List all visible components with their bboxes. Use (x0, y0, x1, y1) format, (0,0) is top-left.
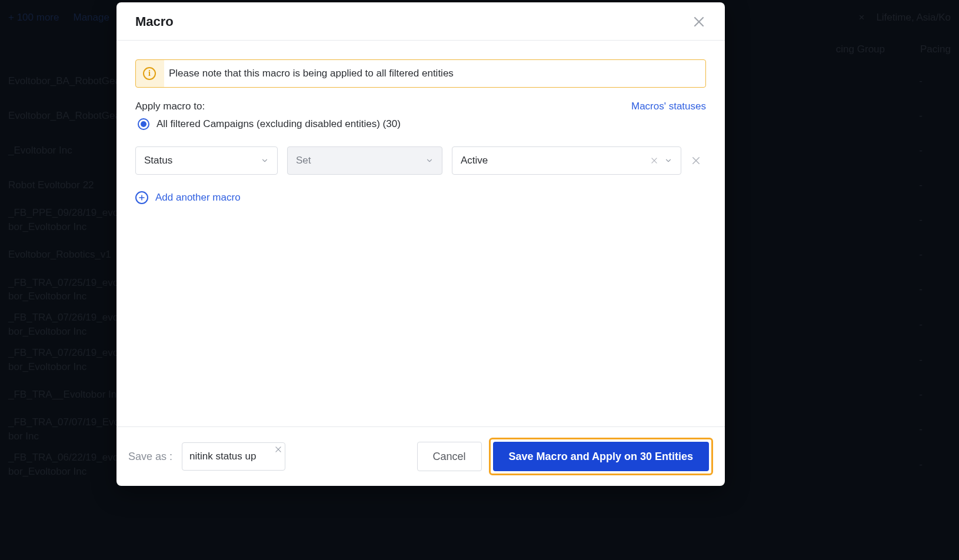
macro-modal: Macro i Please note that this macro is b… (116, 2, 725, 486)
apply-scope-radio[interactable]: All filtered Campaigns (excluding disabl… (138, 118, 706, 130)
operation-select-value: Set (296, 155, 311, 166)
save-apply-button[interactable]: Save Macro and Apply on 30 Entities (493, 442, 709, 471)
chevron-down-icon (261, 156, 269, 165)
chevron-down-icon (425, 156, 434, 165)
operation-select[interactable]: Set (287, 146, 442, 175)
field-select[interactable]: Status (135, 146, 278, 175)
saveas-input[interactable] (182, 443, 285, 470)
add-another-macro[interactable]: Add another macro (135, 191, 706, 204)
submit-highlight: Save Macro and Apply on 30 Entities (489, 438, 713, 475)
modal-footer: Save as : Cancel Save Macro and Apply on… (116, 426, 725, 486)
remove-row-icon[interactable] (691, 155, 701, 166)
macro-rule-row: Status Set Active (135, 146, 706, 175)
clear-saveas-icon[interactable] (274, 445, 282, 454)
apply-scope-label: All filtered Campaigns (excluding disabl… (156, 118, 401, 130)
modal-body: i Please note that this macro is being a… (116, 41, 725, 426)
clear-value-icon[interactable] (650, 156, 658, 165)
field-select-value: Status (144, 155, 172, 166)
modal-header: Macro (116, 2, 725, 41)
info-banner: i Please note that this macro is being a… (135, 59, 706, 88)
add-another-macro-label: Add another macro (155, 192, 241, 204)
cancel-button[interactable]: Cancel (417, 442, 482, 471)
saveas-label: Save as : (128, 451, 172, 463)
radio-selected-icon (138, 118, 149, 130)
value-select-value: Active (461, 155, 488, 166)
close-icon[interactable] (692, 15, 706, 29)
modal-title: Macro (135, 14, 174, 29)
info-icon: i (143, 67, 156, 80)
plus-circle-icon (135, 191, 148, 204)
saveas-field[interactable] (182, 442, 285, 471)
info-banner-text: Please note that this macro is being app… (169, 68, 454, 79)
chevron-down-icon (664, 156, 672, 165)
value-select[interactable]: Active (452, 146, 681, 175)
macros-statuses-link[interactable]: Macros' statuses (631, 101, 706, 112)
apply-macro-label: Apply macro to: (135, 101, 205, 112)
